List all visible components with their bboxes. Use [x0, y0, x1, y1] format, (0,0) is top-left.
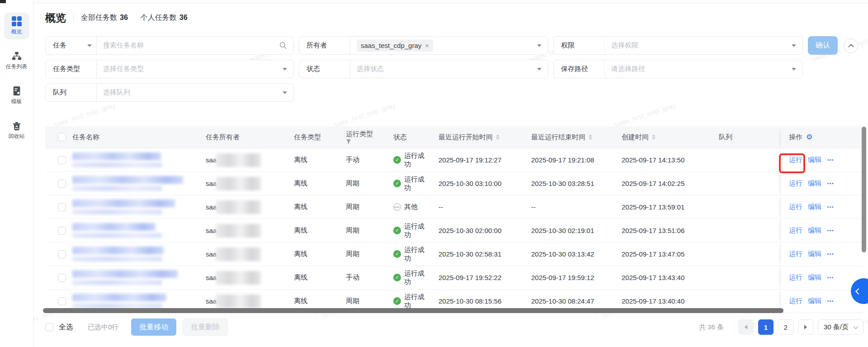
owner-filter-select[interactable]: saas_test_cdp_gray ×	[350, 37, 548, 54]
row-checkbox[interactable]	[58, 250, 66, 258]
run-action[interactable]: 运行	[789, 273, 802, 282]
sidebar-item-label: 回收站	[9, 133, 25, 140]
col-create-time: 创建时间	[617, 126, 714, 148]
sidebar-item-recycle-bin[interactable]: 回收站	[4, 117, 29, 144]
next-page-button[interactable]	[798, 319, 813, 335]
task-name-cell[interactable]	[68, 172, 201, 195]
task-name-cell[interactable]	[68, 242, 201, 266]
run-action[interactable]: 运行	[789, 156, 802, 164]
collapse-filters-button[interactable]	[844, 38, 858, 53]
stat-all-tasks: 全部任务数36	[81, 13, 128, 23]
run-action[interactable]: 运行	[789, 297, 802, 305]
task-name-cell[interactable]	[68, 195, 201, 219]
save-path-filter-select[interactable]: 请选择路径	[605, 60, 802, 78]
more-actions-icon[interactable]: ⋯	[827, 297, 834, 305]
task-owner-cell: saa	[201, 242, 289, 266]
queue-cell	[714, 148, 780, 171]
row-checkbox[interactable]	[58, 203, 66, 211]
page-header: 概览 全部任务数36 个人任务数36	[45, 11, 200, 25]
more-actions-icon[interactable]: ⋯	[827, 203, 834, 211]
last-start-time-cell: 2025-09-17 19:52:22	[434, 266, 527, 289]
row-checkbox[interactable]	[58, 274, 66, 282]
permission-filter-select[interactable]: 选择权限	[605, 37, 802, 54]
table-row: saa 离线 手动 运行成功 2025-09-17 19:52:22 2025-…	[45, 266, 863, 290]
edit-action[interactable]: 编辑	[808, 203, 821, 211]
last-end-time-cell: 2025-10-30 02:19:01	[527, 219, 617, 242]
row-checkbox[interactable]	[58, 156, 66, 164]
batch-delete-button[interactable]: 批量删除	[183, 318, 228, 336]
table-body: saa 离线 手动 运行成功 2025-09-17 19:12:27 2025-…	[45, 148, 863, 313]
sidebar-item-task-list[interactable]: 任务列表	[4, 48, 29, 74]
run-action[interactable]: 运行	[789, 203, 802, 211]
task-name-cell[interactable]	[68, 219, 201, 242]
task-name-cell[interactable]	[68, 148, 201, 171]
sidebar-item-template[interactable]: 模板	[4, 82, 29, 109]
more-actions-icon[interactable]: ⋯	[827, 227, 834, 235]
select-all-checkbox[interactable]	[45, 323, 53, 331]
sidebar-item-label: 任务列表	[6, 63, 28, 71]
run-action[interactable]: 运行	[789, 250, 802, 258]
edit-action[interactable]: 编辑	[808, 179, 821, 188]
sidebar-item-overview[interactable]: 概览	[4, 13, 29, 39]
task-name-blur	[72, 176, 183, 184]
vertical-scrollbar[interactable]	[862, 127, 866, 252]
more-actions-icon[interactable]: ⋯	[827, 250, 834, 258]
edit-action[interactable]: 编辑	[808, 156, 821, 164]
task-name-blur	[72, 294, 166, 301]
row-checkbox[interactable]	[58, 180, 66, 188]
last-start-time-cell: 2025-10-30 03:10:00	[434, 172, 527, 195]
pagination: 共 36 条 1 2 30 条/页	[699, 319, 863, 335]
status-icon	[393, 274, 401, 281]
sort-icon[interactable]	[496, 134, 500, 140]
status-filter-select[interactable]: 选择状态	[350, 60, 548, 78]
task-type-filter-label: 任务类型	[46, 60, 96, 78]
status-label: 运行成功	[404, 152, 429, 169]
more-actions-icon[interactable]: ⋯	[827, 180, 834, 188]
edit-action[interactable]: 编辑	[808, 273, 821, 282]
task-type-filter-select[interactable]: 选择任务类型	[97, 60, 293, 78]
prev-page-button[interactable]	[738, 319, 754, 335]
row-checkbox[interactable]	[58, 297, 66, 305]
status-label: 运行成功	[404, 269, 429, 286]
total-count: 共 36 条	[699, 323, 724, 332]
task-search-input[interactable]: 搜索任务名称	[97, 37, 293, 54]
page-size-select[interactable]: 30 条/页	[818, 319, 863, 335]
gear-icon[interactable]: ⚙	[806, 133, 812, 141]
batch-move-button[interactable]: 批量移动	[131, 318, 176, 336]
task-search-control: 任务 搜索任务名称	[45, 36, 294, 55]
task-list-icon	[12, 51, 22, 61]
run-type-cell: 周期	[341, 219, 389, 242]
permission-filter-label: 权限	[554, 37, 604, 54]
actions-cell: 运行 编辑 ⋯	[780, 172, 863, 195]
task-field-selector[interactable]: 任务	[46, 37, 96, 54]
task-name-cell[interactable]	[68, 266, 201, 289]
sort-icon[interactable]	[589, 134, 592, 140]
more-actions-icon[interactable]: ⋯	[827, 156, 834, 164]
more-actions-icon[interactable]: ⋯	[827, 274, 834, 282]
run-action[interactable]: 运行	[789, 226, 802, 235]
page-button-1[interactable]: 1	[758, 319, 774, 335]
sort-icon[interactable]	[652, 134, 656, 140]
select-all-header-checkbox[interactable]	[58, 133, 66, 141]
queue-filter-select[interactable]: 选择队列	[97, 84, 293, 101]
selected-count: 已选中0行	[88, 323, 118, 332]
filter-funnel-icon[interactable]	[346, 139, 351, 144]
owner-blur	[216, 224, 261, 238]
task-name-blur-line2	[72, 257, 162, 261]
footer-bar: 全选 已选中0行 批量移动 批量删除 共 36 条 1 2 30 条/页	[45, 318, 863, 337]
tag-remove-icon[interactable]: ×	[425, 42, 429, 49]
col-run-type: 运行类型	[341, 126, 389, 148]
page-button-2[interactable]: 2	[778, 319, 793, 335]
run-action[interactable]: 运行	[789, 179, 802, 188]
chevron-left-icon	[855, 288, 862, 294]
last-end-time-cell: 2025-10-30 03:13:42	[527, 242, 617, 266]
filter-panel: 任务 搜索任务名称 所有者 saas_test_cdp_gray ×	[45, 36, 863, 107]
edit-action[interactable]: 编辑	[808, 226, 821, 235]
table-header-row: 任务名称 任务所有者 任务类型 运行类型 状态 最近运行开始时间 最近运行结束时…	[45, 126, 863, 148]
edit-action[interactable]: 编辑	[808, 297, 821, 305]
actions-cell: 运行 编辑 ⋯	[780, 266, 863, 289]
confirm-button[interactable]: 确认	[808, 36, 838, 55]
edit-action[interactable]: 编辑	[808, 250, 821, 258]
row-checkbox[interactable]	[58, 227, 66, 235]
horizontal-scrollbar[interactable]	[43, 308, 783, 313]
